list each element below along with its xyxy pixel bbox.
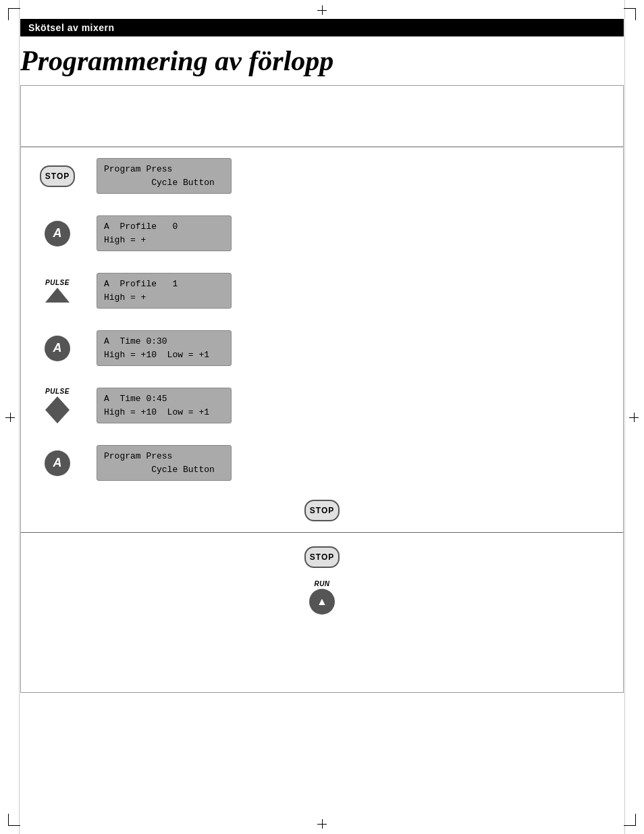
lcd-1: Program Press Cycle Button (97, 158, 232, 194)
corner-tick-br (624, 814, 636, 826)
stop-center-row: STOP (21, 492, 623, 524)
corner-tick-tr (624, 8, 636, 20)
corner-tick-tl (8, 8, 20, 20)
pulse-label-1: PULSE (45, 279, 70, 286)
a-btn-1[interactable]: A (45, 221, 70, 246)
stop-btn-1[interactable]: STOP (40, 165, 75, 187)
lcd-2-line2: High = + (104, 234, 224, 247)
bottom-section: STOP RUN (21, 533, 623, 631)
lcd-4-line1: A Time 0:30 (104, 335, 224, 348)
run-icon-group: RUN (309, 580, 335, 615)
left-margin-line (19, 0, 20, 834)
step-row-1: STOP Program Press Cycle Button (21, 147, 623, 205)
cross-top (317, 5, 327, 15)
header-text: Skötsel av mixern (28, 22, 115, 33)
step-row-3: PULSE A Profile 1 High = + (21, 262, 623, 319)
corner-tick-bl (8, 814, 20, 826)
a-btn-2[interactable]: A (45, 336, 70, 361)
step-row-4: A A Time 0:30 High = +10 Low = +1 (21, 319, 623, 377)
lcd-5-line1: A Time 0:45 (104, 392, 224, 406)
header-bar: Skötsel av mixern (20, 19, 624, 36)
stop-center-label: STOP (310, 506, 334, 515)
step-row-5: PULSE A Time 0:45 High = +10 Low = +1 (21, 377, 623, 434)
lcd-5: A Time 0:45 High = +10 Low = +1 (97, 388, 232, 423)
stop-btn-bottom[interactable]: STOP (304, 546, 340, 568)
cross-bottom (317, 819, 327, 829)
a-label-3: A (53, 456, 62, 470)
lcd-6: Program Press Cycle Button (97, 445, 232, 481)
lcd-2: A Profile 0 High = + (97, 215, 232, 251)
a-button-icon-2[interactable]: A (37, 336, 78, 361)
right-margin-line (624, 0, 625, 834)
lcd-4: A Time 0:30 High = +10 Low = +1 (97, 330, 232, 366)
pulse-up-icon-1[interactable]: PULSE (37, 279, 78, 303)
lcd-1-line2: Cycle Button (104, 176, 224, 190)
stop-button-icon-1[interactable]: STOP (37, 165, 78, 187)
cross-right (629, 413, 639, 422)
stop-label-1: STOP (45, 172, 70, 181)
lcd-6-line2: Cycle Button (104, 463, 224, 477)
page-title: Programmering av förlopp (20, 45, 624, 77)
cross-left (5, 413, 15, 422)
step-row-2: A A Profile 0 High = + (21, 205, 623, 262)
stop-btn-center[interactable]: STOP (304, 500, 340, 521)
lcd-2-line1: A Profile 0 (104, 220, 224, 234)
main-content-box: STOP Program Press Cycle Button A A Prof… (20, 85, 624, 693)
pulse-updown-icon[interactable]: PULSE (37, 388, 78, 423)
lcd-6-line1: Program Press (104, 450, 224, 463)
run-label: RUN (314, 580, 329, 588)
a-label-1: A (53, 226, 62, 240)
lcd-1-line1: Program Press (104, 163, 224, 176)
pulse-updown-triangles[interactable] (45, 396, 70, 423)
pulse-up-triangle-1[interactable] (45, 288, 70, 303)
pulse-up-triangle-2[interactable] (45, 396, 70, 410)
pulse-label-2: PULSE (45, 388, 70, 395)
a-label-2: A (53, 341, 62, 355)
top-space (21, 86, 623, 147)
a-button-icon-1[interactable]: A (37, 221, 78, 246)
lcd-3-line1: A Profile 1 (104, 278, 224, 291)
lcd-3: A Profile 1 High = + (97, 273, 232, 309)
step-row-6: A Program Press Cycle Button (21, 434, 623, 492)
lcd-3-line2: High = + (104, 291, 224, 305)
lcd-4-line2: High = +10 Low = +1 (104, 348, 224, 362)
a-btn-3[interactable]: A (45, 450, 70, 476)
run-button[interactable] (309, 589, 335, 615)
stop-bottom-label: STOP (310, 552, 334, 562)
lcd-5-line2: High = +10 Low = +1 (104, 406, 224, 419)
pulse-down-triangle[interactable] (45, 410, 70, 423)
a-button-icon-3[interactable]: A (37, 450, 78, 476)
